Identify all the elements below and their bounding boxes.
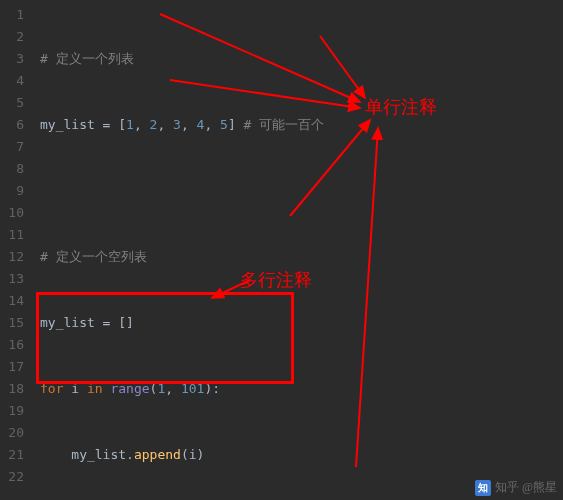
line-number: 10: [0, 202, 24, 224]
variable: i: [189, 447, 197, 462]
line-number: 14: [0, 290, 24, 312]
variable: my_list: [40, 315, 95, 330]
comma: ,: [204, 117, 220, 132]
keyword: in: [87, 381, 103, 396]
bracket: [: [118, 315, 126, 330]
paren: (: [181, 447, 189, 462]
line-number: 9: [0, 180, 24, 202]
line-number: 4: [0, 70, 24, 92]
op: =: [95, 315, 118, 330]
op: =: [95, 117, 118, 132]
variable: my_list: [40, 117, 95, 132]
comma: ,: [181, 117, 197, 132]
keyword: for: [40, 381, 63, 396]
paren: ): [197, 447, 205, 462]
line-number: 20: [0, 422, 24, 444]
line-number: 21: [0, 444, 24, 466]
watermark-text: 知乎 @熊星: [495, 479, 557, 496]
line-number: 7: [0, 136, 24, 158]
bracket: ]: [126, 315, 134, 330]
builtin: range: [110, 381, 149, 396]
num: 1: [126, 117, 134, 132]
line-number-gutter: 12345678910111213141516171819202122: [0, 0, 32, 500]
line-number: 19: [0, 400, 24, 422]
line-number: 5: [0, 92, 24, 114]
line-number: 2: [0, 26, 24, 48]
comment: # 可能一百个: [236, 117, 324, 132]
dot: .: [126, 447, 134, 462]
watermark: 知 知乎 @熊星: [475, 479, 557, 496]
num: 101: [181, 381, 204, 396]
bracket: [: [118, 117, 126, 132]
line-number: 13: [0, 268, 24, 290]
line-number: 3: [0, 48, 24, 70]
line-number: 8: [0, 158, 24, 180]
variable: my_list: [71, 447, 126, 462]
line-number: 17: [0, 356, 24, 378]
method: append: [134, 447, 181, 462]
line-number: 18: [0, 378, 24, 400]
code-area: # 定义一个列表 my_list = [1, 2, 3, 4, 5] # 可能一…: [32, 0, 563, 500]
line-number: 16: [0, 334, 24, 356]
comma: ,: [134, 117, 150, 132]
zhihu-icon: 知: [475, 480, 491, 496]
line-number: 6: [0, 114, 24, 136]
comment: # 定义一个列表: [40, 51, 134, 66]
num: 5: [220, 117, 228, 132]
line-number: 12: [0, 246, 24, 268]
line-number: 22: [0, 466, 24, 488]
code-editor: 12345678910111213141516171819202122 # 定义…: [0, 0, 563, 500]
variable: i: [71, 381, 79, 396]
num: 3: [173, 117, 181, 132]
line-number: 15: [0, 312, 24, 334]
bracket: ]: [228, 117, 236, 132]
comma: ,: [165, 381, 181, 396]
line-number: 1: [0, 4, 24, 26]
colon: :: [212, 381, 220, 396]
comma: ,: [157, 117, 173, 132]
comment: # 定义一个空列表: [40, 249, 147, 264]
line-number: 11: [0, 224, 24, 246]
